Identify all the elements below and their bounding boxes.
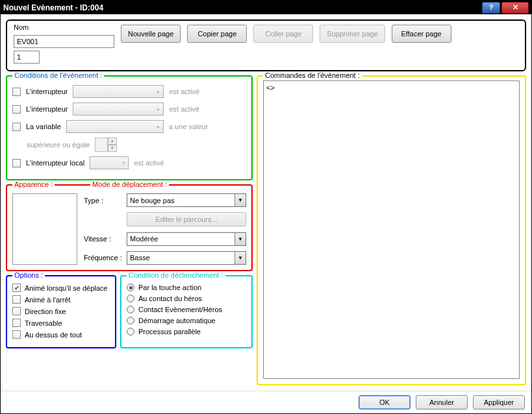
move-type-select[interactable]: Ne bouge pas▼ xyxy=(127,193,246,207)
self-switch-suffix: est activé xyxy=(134,159,164,167)
page-number-input[interactable] xyxy=(14,51,40,64)
variable-checkbox[interactable] xyxy=(12,123,21,131)
help-button[interactable]: ? xyxy=(482,2,500,14)
dialog-footer: OK Annuler Appliquer xyxy=(1,391,531,413)
variable-value-spinner[interactable]: ▴▾ xyxy=(95,138,118,152)
opt-through-label: Traversable xyxy=(25,319,62,327)
opt-move-anim-label: Animé lorsqu'il se déplace xyxy=(25,284,107,292)
switch2-checkbox[interactable] xyxy=(12,105,21,114)
switch2-dropdown[interactable]: ▸ xyxy=(73,103,164,116)
variable-dropdown[interactable]: ▸ xyxy=(66,120,164,133)
window-title: Nouvel Evènement - ID:004 xyxy=(3,3,482,12)
trigger-legend: Condition de déclenchement : xyxy=(127,271,225,279)
movement-legend: Mode de déplacement : xyxy=(90,180,169,188)
commands-legend: Commandes de l'évènement : xyxy=(263,71,362,79)
commands-list[interactable]: <> xyxy=(263,80,520,379)
opt-move-anim-checkbox[interactable]: ✔ xyxy=(12,284,21,292)
opt-dir-fix-label: Direction fixe xyxy=(25,308,66,315)
trigger-player-touch-radio[interactable] xyxy=(127,295,134,302)
delete-page-button: Supprimer page xyxy=(320,25,385,43)
switch1-checkbox[interactable] xyxy=(12,88,21,96)
command-line[interactable]: <> xyxy=(266,84,275,91)
copy-page-button[interactable]: Copier page xyxy=(187,25,247,43)
appearance-legend: Apparence : xyxy=(12,180,55,188)
switch1-dropdown[interactable]: ▸ xyxy=(73,85,164,98)
move-type-label: Type : xyxy=(84,197,123,204)
conditions-frame: Conditions de l'évènement : L'interrupte… xyxy=(6,75,253,180)
switch1-label: L'interrupteur xyxy=(26,88,68,95)
clear-page-button[interactable]: Effacer page xyxy=(392,25,451,43)
trigger-frame: Condition de déclenchement : Par la touc… xyxy=(120,275,253,348)
options-frame: Options : ✔Animé lorsqu'il se déplace An… xyxy=(6,275,116,348)
apply-button[interactable]: Appliquer xyxy=(473,395,525,409)
self-switch-label: L'interrupteur local xyxy=(26,159,84,167)
titlebar[interactable]: Nouvel Evènement - ID:004 ? ✕ xyxy=(1,1,531,14)
trigger-event-touch-label: Contact Evènement/Héros xyxy=(138,306,222,313)
edit-route-button: Editer le parcours... xyxy=(127,212,246,226)
paste-page-button: Coller page xyxy=(253,25,313,43)
client-area: Nom Nouvelle page Copier page Coller pag… xyxy=(1,14,531,391)
trigger-parallel-radio[interactable] xyxy=(127,328,134,335)
move-freq-label: Fréquence : xyxy=(84,254,123,262)
opt-stop-anim-checkbox[interactable] xyxy=(12,295,21,304)
trigger-event-touch-radio[interactable] xyxy=(127,306,134,313)
trigger-action-label: Par la touche action xyxy=(138,284,201,291)
trigger-action-radio[interactable] xyxy=(127,284,134,291)
switch1-suffix: est activé xyxy=(169,88,199,95)
appearance-movement-frame: Apparence : Mode de déplacement : Type :… xyxy=(6,184,253,271)
trigger-parallel-label: Processus parallèle xyxy=(138,328,201,335)
move-freq-select[interactable]: Basse▼ xyxy=(127,251,246,265)
header-group: Nom Nouvelle page Copier page Coller pag… xyxy=(6,19,526,71)
opt-ontop-label: Au dessus de tout xyxy=(25,331,82,339)
options-legend: Options : xyxy=(12,271,45,279)
commands-frame: Commandes de l'évènement : <> xyxy=(257,75,526,385)
opt-stop-anim-label: Animé à l'arrêt xyxy=(25,296,71,304)
move-speed-label: Vitesse : xyxy=(84,235,123,243)
cancel-button[interactable]: Annuler xyxy=(416,395,468,409)
variable-sub-label: supérieure ou égale xyxy=(27,141,90,149)
opt-through-checkbox[interactable] xyxy=(12,319,21,327)
variable-suffix: a une valeur xyxy=(169,123,209,130)
opt-dir-fix-checkbox[interactable] xyxy=(12,307,21,315)
event-editor-window: Nouvel Evènement - ID:004 ? ✕ Nom Nouvel… xyxy=(0,0,532,414)
name-label: Nom xyxy=(14,23,114,31)
trigger-autorun-label: Démarrage automatique xyxy=(138,317,216,324)
opt-ontop-checkbox[interactable] xyxy=(12,330,21,339)
new-page-button[interactable]: Nouvelle page xyxy=(121,25,181,43)
conditions-legend: Conditions de l'évènement : xyxy=(12,71,104,79)
graphic-picker[interactable] xyxy=(12,193,77,265)
ok-button[interactable]: OK xyxy=(359,395,411,409)
trigger-autorun-radio[interactable] xyxy=(127,317,134,324)
trigger-player-touch-label: Au contact du héros xyxy=(138,295,202,302)
move-speed-select[interactable]: Modérée▼ xyxy=(127,232,246,246)
name-input[interactable] xyxy=(14,35,114,48)
self-switch-checkbox[interactable] xyxy=(12,159,21,167)
variable-label: La variable xyxy=(26,123,61,130)
close-button[interactable]: ✕ xyxy=(501,2,529,14)
switch2-suffix: est activé xyxy=(169,105,199,113)
self-switch-dropdown[interactable]: ▾ xyxy=(90,156,129,169)
switch2-label: L'interrupteur xyxy=(26,105,68,113)
